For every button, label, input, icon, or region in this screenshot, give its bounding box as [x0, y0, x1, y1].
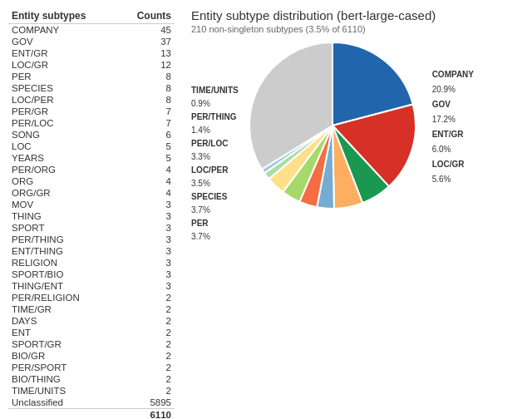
table-row: ENT/GR13 [8, 47, 175, 59]
table-row: THING3 [8, 210, 175, 222]
legend-pct: 6.0% [432, 145, 451, 154]
table-row: PER/THING3 [8, 234, 175, 245]
table-row: THING/ENT3 [8, 280, 175, 292]
table-row: LOC/PER8 [8, 94, 175, 106]
entity-count: 2 [119, 385, 175, 397]
entity-name: THING/ENT [8, 280, 119, 292]
entity-name: MOV [8, 199, 119, 210]
entity-count: 3 [119, 280, 175, 292]
entity-name: Unclassified [8, 397, 119, 409]
table-row: RELIGION3 [8, 257, 175, 269]
table-row: ENT2 [8, 327, 175, 338]
entity-name: BIO/GR [8, 350, 119, 362]
entity-count: 13 [119, 47, 175, 59]
entity-name: PER [8, 71, 119, 82]
entity-name: THING [8, 210, 119, 222]
legend-left: TIME/UNITS0.9%PER/THING1.4%PER/LOC3.3%LO… [191, 84, 239, 244]
entity-table: Entity subtypes Counts COMPANY45GOV37ENT… [8, 8, 175, 419]
legend-item-right: LOC/GR5.6% [432, 157, 474, 187]
legend-label: SPECIES [191, 192, 227, 201]
legend-right: COMPANY20.9%GOV17.2%ENT/GR6.0%LOC/GR5.6% [432, 67, 474, 187]
entity-name: ENT/THING [8, 245, 119, 257]
legend-pct: 3.5% [191, 179, 210, 188]
entity-count: 2 [119, 327, 175, 338]
table-row: LOC/GR12 [8, 59, 175, 71]
chart-subtitle: 210 non-singleton subtypes (3.5% of 6110… [191, 24, 524, 34]
legend-label: PER/LOC [191, 139, 228, 148]
legend-label: PER/THING [191, 112, 236, 121]
legend-pct: 3.3% [191, 152, 210, 161]
table-row: 6110 [8, 409, 175, 420]
table-row: PER/LOC7 [8, 117, 175, 129]
legend-label: PER [191, 219, 209, 228]
entity-count: 6 [119, 129, 175, 140]
table-row: COMPANY45 [8, 24, 175, 37]
legend-pct: 1.4% [191, 126, 210, 135]
table-row: PER/GR7 [8, 106, 175, 117]
entity-count: 3 [119, 245, 175, 257]
entity-name [8, 409, 119, 420]
table-row: YEARS5 [8, 152, 175, 164]
entity-name: COMPANY [8, 24, 119, 37]
chart-title: Entity subtype distribution (bert-large-… [191, 8, 524, 22]
table-row: PER/RELIGION2 [8, 292, 175, 303]
table-row: PER/ORG4 [8, 164, 175, 175]
entity-name: LOC/PER [8, 94, 119, 106]
table-row: BIO/THING2 [8, 373, 175, 385]
entity-count: 37 [119, 36, 175, 47]
legend-item-right: ENT/GR6.0% [432, 127, 474, 157]
legend-label: GOV [432, 100, 451, 109]
entity-count: 12 [119, 59, 175, 71]
entity-count: 3 [119, 269, 175, 280]
legend-pct: 17.2% [432, 115, 456, 124]
entity-count: 4 [119, 187, 175, 199]
entity-count: 3 [119, 234, 175, 245]
table-row: TIME/UNITS2 [8, 385, 175, 397]
entity-name: ENT/GR [8, 47, 119, 59]
entity-name: RELIGION [8, 257, 119, 269]
entity-count: 2 [119, 338, 175, 350]
entity-count: 2 [119, 292, 175, 303]
entity-name: BIO/THING [8, 373, 119, 385]
entity-name: PER/ORG [8, 164, 119, 175]
legend-item-left: PER/THING1.4% [191, 111, 239, 137]
entity-name: SPORT/GR [8, 338, 119, 350]
legend-item-right: GOV17.2% [432, 97, 474, 127]
entity-count: 3 [119, 199, 175, 210]
legend-item-right: COMPANY20.9% [432, 67, 474, 97]
entity-name: ORG [8, 175, 119, 187]
entity-count: 7 [119, 117, 175, 129]
legend-label: COMPANY [432, 70, 474, 79]
entity-count: 2 [119, 373, 175, 385]
entity-name: SPORT [8, 222, 119, 234]
entity-name: PER/GR [8, 106, 119, 117]
entity-count: 5 [119, 140, 175, 152]
entity-name: ORG/GR [8, 187, 119, 199]
entity-name: LOC [8, 140, 119, 152]
entity-count: 3 [119, 210, 175, 222]
entity-name: PER/SPORT [8, 362, 119, 373]
legend-label: TIME/UNITS [191, 86, 239, 95]
entity-count: 3 [119, 257, 175, 269]
table-row: SPORT/GR2 [8, 338, 175, 350]
entity-name: PER/LOC [8, 117, 119, 129]
legend-item-left: PER/LOC3.3% [191, 137, 239, 164]
legend-label: LOC/GR [432, 160, 465, 169]
entity-name: ENT [8, 327, 119, 338]
entity-name: DAYS [8, 315, 119, 327]
entity-count: 5 [119, 152, 175, 164]
legend-pct: 3.7% [191, 232, 210, 241]
entity-count: 45 [119, 24, 175, 37]
entity-count: 8 [119, 94, 175, 106]
entity-name: PER/THING [8, 234, 119, 245]
legend-item-left: PER3.7% [191, 217, 239, 244]
table-row: ORG4 [8, 175, 175, 187]
entity-table-section: Entity subtypes Counts COMPANY45GOV37ENT… [8, 8, 175, 419]
legend-item-left: SPECIES3.7% [191, 190, 239, 217]
legend-item-left: TIME/UNITS0.9% [191, 84, 239, 111]
entity-name: TIME/UNITS [8, 385, 119, 397]
entity-name: SPORT/BIO [8, 269, 119, 280]
entity-name: PER/RELIGION [8, 292, 119, 303]
main-container: Entity subtypes Counts COMPANY45GOV37ENT… [0, 0, 532, 419]
entity-count: 8 [119, 71, 175, 82]
